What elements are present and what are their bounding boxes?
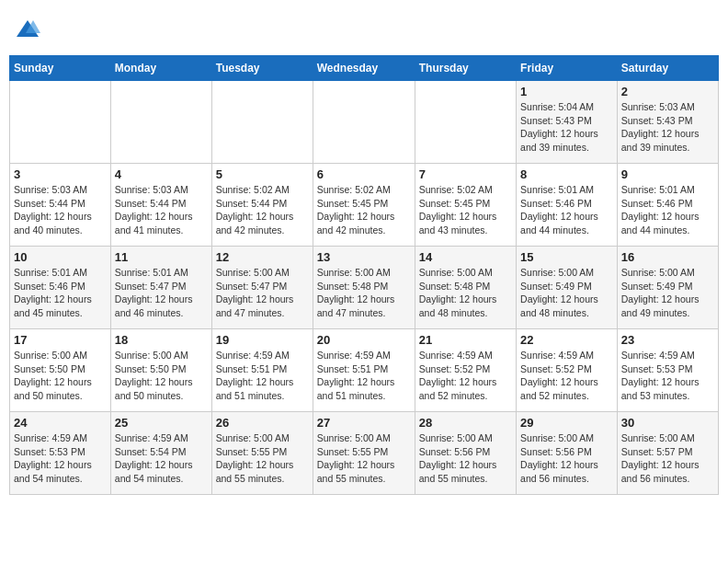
calendar-cell: 30Sunrise: 5:00 AMSunset: 5:57 PMDayligh… xyxy=(617,412,718,495)
day-info: Sunrise: 5:00 AMSunset: 5:56 PMDaylight:… xyxy=(520,431,613,486)
weekday-header-monday: Monday xyxy=(110,56,211,81)
weekday-header-tuesday: Tuesday xyxy=(211,56,313,81)
day-info: Sunrise: 4:59 AMSunset: 5:53 PMDaylight:… xyxy=(621,349,714,403)
calendar-cell xyxy=(211,81,313,164)
calendar-cell: 5Sunrise: 5:02 AMSunset: 5:44 PMDaylight… xyxy=(211,164,313,247)
day-info: Sunrise: 4:59 AMSunset: 5:54 PMDaylight:… xyxy=(115,431,208,486)
weekday-header-saturday: Saturday xyxy=(617,56,718,81)
day-number: 17 xyxy=(14,333,107,347)
day-number: 25 xyxy=(115,416,208,430)
day-info: Sunrise: 5:00 AMSunset: 5:55 PMDaylight:… xyxy=(317,431,411,486)
day-info: Sunrise: 5:01 AMSunset: 5:47 PMDaylight:… xyxy=(115,266,208,320)
day-number: 23 xyxy=(621,333,714,347)
calendar-cell xyxy=(415,81,516,164)
calendar-cell: 17Sunrise: 5:00 AMSunset: 5:50 PMDayligh… xyxy=(10,329,111,412)
day-info: Sunrise: 5:00 AMSunset: 5:57 PMDaylight:… xyxy=(621,431,714,486)
calendar-cell: 18Sunrise: 5:00 AMSunset: 5:50 PMDayligh… xyxy=(110,329,211,412)
calendar-cell: 15Sunrise: 5:00 AMSunset: 5:49 PMDayligh… xyxy=(517,247,618,329)
day-info: Sunrise: 5:02 AMSunset: 5:44 PMDaylight:… xyxy=(216,183,309,237)
day-info: Sunrise: 5:00 AMSunset: 5:48 PMDaylight:… xyxy=(317,266,411,320)
day-number: 18 xyxy=(115,333,208,347)
day-info: Sunrise: 4:59 AMSunset: 5:51 PMDaylight:… xyxy=(317,349,411,403)
day-number: 26 xyxy=(216,416,309,430)
day-info: Sunrise: 5:04 AMSunset: 5:43 PMDaylight:… xyxy=(520,100,613,155)
day-number: 2 xyxy=(621,85,714,98)
calendar-week-1: 1Sunrise: 5:04 AMSunset: 5:43 PMDaylight… xyxy=(10,81,719,164)
weekday-header-thursday: Thursday xyxy=(415,56,516,81)
calendar-cell: 24Sunrise: 4:59 AMSunset: 5:53 PMDayligh… xyxy=(10,412,111,495)
calendar-cell: 14Sunrise: 5:00 AMSunset: 5:48 PMDayligh… xyxy=(415,247,516,329)
weekday-header-sunday: Sunday xyxy=(10,56,111,81)
day-number: 6 xyxy=(317,167,411,181)
logo xyxy=(13,17,40,42)
day-info: Sunrise: 5:00 AMSunset: 5:47 PMDaylight:… xyxy=(216,266,309,320)
calendar-cell: 9Sunrise: 5:01 AMSunset: 5:46 PMDaylight… xyxy=(617,164,718,247)
day-number: 1 xyxy=(520,85,613,98)
calendar-cell: 22Sunrise: 4:59 AMSunset: 5:52 PMDayligh… xyxy=(517,329,618,412)
day-number: 30 xyxy=(621,416,714,430)
calendar-cell: 26Sunrise: 5:00 AMSunset: 5:55 PMDayligh… xyxy=(211,412,313,495)
calendar-cell: 19Sunrise: 4:59 AMSunset: 5:51 PMDayligh… xyxy=(211,329,313,412)
calendar-week-2: 3Sunrise: 5:03 AMSunset: 5:44 PMDaylight… xyxy=(10,164,719,247)
calendar-cell: 1Sunrise: 5:04 AMSunset: 5:43 PMDaylight… xyxy=(517,81,618,164)
day-info: Sunrise: 5:00 AMSunset: 5:56 PMDaylight:… xyxy=(419,431,512,486)
day-info: Sunrise: 4:59 AMSunset: 5:52 PMDaylight:… xyxy=(520,349,613,403)
calendar-cell xyxy=(110,81,211,164)
day-number: 11 xyxy=(115,250,208,264)
calendar-cell: 2Sunrise: 5:03 AMSunset: 5:43 PMDaylight… xyxy=(617,81,718,164)
logo-icon xyxy=(15,17,40,42)
calendar-cell: 6Sunrise: 5:02 AMSunset: 5:45 PMDaylight… xyxy=(313,164,415,247)
day-number: 12 xyxy=(216,250,309,264)
calendar-cell: 20Sunrise: 4:59 AMSunset: 5:51 PMDayligh… xyxy=(313,329,415,412)
day-number: 28 xyxy=(419,416,512,430)
calendar-cell: 10Sunrise: 5:01 AMSunset: 5:46 PMDayligh… xyxy=(10,247,111,329)
day-info: Sunrise: 5:00 AMSunset: 5:50 PMDaylight:… xyxy=(14,349,107,403)
day-number: 13 xyxy=(317,250,411,264)
day-info: Sunrise: 5:00 AMSunset: 5:55 PMDaylight:… xyxy=(216,431,309,486)
weekday-header-friday: Friday xyxy=(517,56,618,81)
day-number: 10 xyxy=(14,250,107,264)
day-number: 15 xyxy=(520,250,613,264)
day-number: 22 xyxy=(520,333,613,347)
day-number: 27 xyxy=(317,416,411,430)
calendar-cell: 3Sunrise: 5:03 AMSunset: 5:44 PMDaylight… xyxy=(10,164,111,247)
day-number: 24 xyxy=(14,416,107,430)
day-info: Sunrise: 5:00 AMSunset: 5:49 PMDaylight:… xyxy=(621,266,714,320)
day-info: Sunrise: 5:03 AMSunset: 5:43 PMDaylight:… xyxy=(621,100,714,155)
day-info: Sunrise: 5:01 AMSunset: 5:46 PMDaylight:… xyxy=(621,183,714,237)
day-info: Sunrise: 5:01 AMSunset: 5:46 PMDaylight:… xyxy=(520,183,613,237)
day-number: 21 xyxy=(419,333,512,347)
calendar-cell: 7Sunrise: 5:02 AMSunset: 5:45 PMDaylight… xyxy=(415,164,516,247)
calendar-week-5: 24Sunrise: 4:59 AMSunset: 5:53 PMDayligh… xyxy=(10,412,719,495)
day-number: 20 xyxy=(317,333,411,347)
day-number: 19 xyxy=(216,333,309,347)
calendar-cell xyxy=(313,81,415,164)
calendar-cell: 29Sunrise: 5:00 AMSunset: 5:56 PMDayligh… xyxy=(517,412,618,495)
day-info: Sunrise: 5:03 AMSunset: 5:44 PMDaylight:… xyxy=(14,183,107,237)
day-info: Sunrise: 5:02 AMSunset: 5:45 PMDaylight:… xyxy=(317,183,411,237)
calendar-cell: 12Sunrise: 5:00 AMSunset: 5:47 PMDayligh… xyxy=(211,247,313,329)
calendar-cell: 8Sunrise: 5:01 AMSunset: 5:46 PMDaylight… xyxy=(517,164,618,247)
day-number: 7 xyxy=(419,167,512,181)
calendar-cell: 28Sunrise: 5:00 AMSunset: 5:56 PMDayligh… xyxy=(415,412,516,495)
calendar-cell: 27Sunrise: 5:00 AMSunset: 5:55 PMDayligh… xyxy=(313,412,415,495)
calendar-cell: 11Sunrise: 5:01 AMSunset: 5:47 PMDayligh… xyxy=(110,247,211,329)
day-number: 9 xyxy=(621,167,714,181)
day-number: 14 xyxy=(419,250,512,264)
calendar-cell: 13Sunrise: 5:00 AMSunset: 5:48 PMDayligh… xyxy=(313,247,415,329)
day-info: Sunrise: 5:01 AMSunset: 5:46 PMDaylight:… xyxy=(14,266,107,320)
weekday-header-wednesday: Wednesday xyxy=(313,56,415,81)
calendar-week-3: 10Sunrise: 5:01 AMSunset: 5:46 PMDayligh… xyxy=(10,247,719,329)
day-number: 4 xyxy=(115,167,208,181)
day-number: 8 xyxy=(520,167,613,181)
day-info: Sunrise: 4:59 AMSunset: 5:51 PMDaylight:… xyxy=(216,349,309,403)
day-number: 16 xyxy=(621,250,714,264)
day-info: Sunrise: 4:59 AMSunset: 5:53 PMDaylight:… xyxy=(14,431,107,486)
calendar-cell: 23Sunrise: 4:59 AMSunset: 5:53 PMDayligh… xyxy=(617,329,718,412)
day-info: Sunrise: 5:03 AMSunset: 5:44 PMDaylight:… xyxy=(115,183,208,237)
day-number: 3 xyxy=(14,167,107,181)
calendar-week-4: 17Sunrise: 5:00 AMSunset: 5:50 PMDayligh… xyxy=(10,329,719,412)
day-info: Sunrise: 5:00 AMSunset: 5:48 PMDaylight:… xyxy=(419,266,512,320)
day-number: 5 xyxy=(216,167,309,181)
calendar-header: SundayMondayTuesdayWednesdayThursdayFrid… xyxy=(10,56,719,81)
